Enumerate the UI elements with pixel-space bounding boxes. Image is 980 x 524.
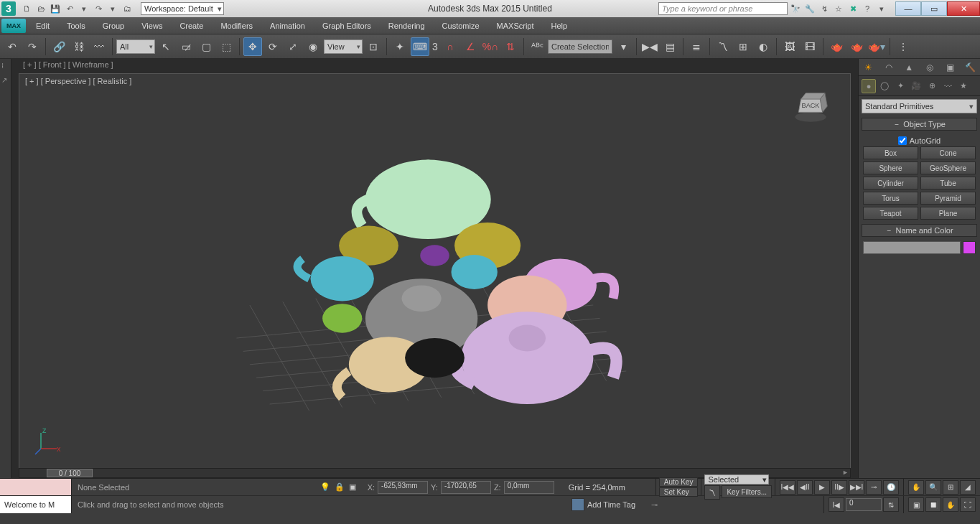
- frame-spinner-icon[interactable]: ⇅: [883, 497, 899, 512]
- mirror-icon[interactable]: ▶◀: [640, 37, 659, 56]
- schematic-view-icon[interactable]: ⊞: [734, 37, 752, 56]
- material-editor-icon[interactable]: ◐: [754, 37, 773, 56]
- selection-lock-icon[interactable]: 🔒: [335, 482, 345, 492]
- sel-set-dropdown-icon[interactable]: ▾: [614, 37, 633, 56]
- open-icon[interactable]: 🗁: [34, 2, 47, 15]
- redo-icon[interactable]: ↷: [92, 2, 105, 15]
- strip-tool-icon[interactable]: ↗: [1, 76, 10, 85]
- create-geosphere-button[interactable]: GeoSphere: [920, 162, 976, 174]
- wrench-icon[interactable]: 🔧: [803, 2, 816, 15]
- link-icon[interactable]: 🔗: [50, 37, 68, 56]
- project-icon[interactable]: 🗂: [121, 2, 134, 15]
- rollout-name-color[interactable]: Name and Color: [862, 224, 977, 237]
- prev-key-icon[interactable]: I◀: [829, 497, 844, 512]
- arrow-up-icon[interactable]: ▲: [902, 61, 915, 74]
- object-color-swatch[interactable]: [963, 241, 976, 254]
- create-cone-button[interactable]: Cone: [920, 146, 976, 159]
- menu-views[interactable]: Views: [133, 19, 171, 33]
- goto-end-icon[interactable]: ▶▶I: [849, 480, 864, 495]
- close-button[interactable]: ✕: [947, 1, 980, 16]
- render-setup-icon[interactable]: 🖼: [780, 37, 799, 56]
- help-icon[interactable]: ?: [861, 2, 874, 15]
- shapes-icon[interactable]: ◯: [877, 79, 892, 93]
- autodesk-x-icon[interactable]: ✖: [846, 2, 859, 15]
- time-config-icon[interactable]: 🕒: [883, 480, 899, 495]
- help-search-input[interactable]: Type a keyword or phrase: [658, 2, 788, 15]
- menu-rendering[interactable]: Rendering: [380, 19, 434, 33]
- fov-icon[interactable]: ◢: [960, 480, 976, 495]
- menu-modifiers[interactable]: Modifiers: [212, 19, 261, 33]
- menu-graph-editors[interactable]: Graph Editors: [314, 19, 380, 33]
- create-teapot-button[interactable]: Teapot: [863, 207, 918, 220]
- add-time-tag[interactable]: Add Time Tag: [587, 500, 635, 509]
- snap-3d-icon[interactable]: ∩: [441, 37, 459, 56]
- redo-button[interactable]: ↷: [23, 37, 42, 56]
- render-teapot1-icon[interactable]: 🫖: [827, 37, 846, 56]
- menu-customize[interactable]: Customize: [434, 19, 488, 33]
- time-slider-thumb[interactable]: 0 / 100: [47, 469, 93, 477]
- create-pyramid-button[interactable]: Pyramid: [920, 192, 976, 205]
- systems-icon[interactable]: ★: [956, 79, 971, 93]
- key-filters-button[interactable]: Key Filters...: [722, 485, 772, 498]
- create-torus-button[interactable]: Torus: [863, 192, 918, 205]
- exchange-icon[interactable]: ↯: [818, 2, 831, 15]
- autokey-button[interactable]: Auto Key: [659, 477, 699, 487]
- create-tube-button[interactable]: Tube: [920, 177, 976, 190]
- maxscript-listener-top[interactable]: [0, 479, 72, 495]
- toolbar-end-grip[interactable]: ⋮: [894, 37, 913, 56]
- key-lock-icon[interactable]: ⊸: [651, 500, 658, 510]
- primitive-category-dropdown[interactable]: Standard Primitives: [862, 99, 977, 113]
- key-mode-icon[interactable]: 〽: [704, 485, 720, 500]
- menu-create[interactable]: Create: [171, 19, 212, 33]
- current-frame-input[interactable]: 0: [846, 498, 882, 511]
- max-app-button[interactable]: MAX: [1, 19, 26, 33]
- save-icon[interactable]: 💾: [49, 2, 62, 15]
- menu-tools[interactable]: Tools: [58, 19, 94, 33]
- select-scale-icon[interactable]: ⤢: [284, 37, 302, 56]
- select-move-icon[interactable]: ✥: [243, 37, 262, 56]
- menu-edit[interactable]: Edit: [27, 19, 58, 33]
- viewport-front-label[interactable]: [ + ] [ Front ] [ Wireframe ]: [23, 60, 113, 69]
- rollout-object-type[interactable]: Object Type: [862, 118, 977, 131]
- percent-snap-icon[interactable]: %∩: [481, 37, 500, 56]
- unlink-icon[interactable]: ⛓: [70, 37, 88, 56]
- display-icon[interactable]: ▣: [943, 61, 956, 74]
- manipulate-icon[interactable]: ✦: [391, 37, 409, 56]
- cameras-icon[interactable]: 🎥: [909, 79, 923, 93]
- minimize-button[interactable]: —: [895, 1, 921, 16]
- key-mode-toggle-icon[interactable]: ⊸: [866, 480, 882, 495]
- select-region-icon[interactable]: ▢: [197, 37, 215, 56]
- render-frame-icon[interactable]: 🎞: [801, 37, 819, 56]
- sun-icon[interactable]: ☀: [862, 61, 874, 74]
- target-icon[interactable]: ◎: [923, 61, 936, 74]
- create-sphere-button[interactable]: Sphere: [863, 162, 918, 174]
- align-icon[interactable]: ▤: [661, 37, 679, 56]
- lights-icon[interactable]: ✦: [893, 79, 907, 93]
- qat-dropdown2-icon[interactable]: ▾: [106, 2, 119, 15]
- timetag-icon[interactable]: [571, 498, 584, 511]
- maximize-button[interactable]: ▭: [921, 1, 947, 16]
- create-box-button[interactable]: Box: [863, 146, 918, 159]
- orbit-icon[interactable]: ✋: [943, 497, 958, 512]
- window-crossing-icon[interactable]: ⬚: [217, 37, 235, 56]
- maximize-viewport-icon[interactable]: ⛶: [960, 497, 976, 512]
- angle-snap-icon[interactable]: ∠: [461, 37, 480, 56]
- perspective-viewport[interactable]: [ + ] [ Perspective ] [ Realistic ] BACK: [19, 73, 851, 471]
- spacewarps-icon[interactable]: 〰: [941, 79, 955, 93]
- goto-start-icon[interactable]: I◀◀: [780, 480, 795, 495]
- layers-icon[interactable]: ≣: [687, 37, 706, 56]
- named-selection-input[interactable]: [548, 39, 612, 54]
- prev-frame-icon[interactable]: ◀II: [797, 480, 813, 495]
- spinner-snap-icon[interactable]: ⇅: [501, 37, 520, 56]
- isolate-icon[interactable]: ▣: [349, 482, 356, 492]
- play-icon[interactable]: ▶: [814, 480, 830, 495]
- pivot-center-icon[interactable]: ⊡: [364, 37, 383, 56]
- helpers-icon[interactable]: ⊕: [925, 79, 939, 93]
- select-name-icon[interactable]: ▭̷: [177, 37, 195, 56]
- geometry-icon[interactable]: ●: [862, 79, 876, 93]
- qat-dropdown-icon[interactable]: ▾: [78, 2, 90, 15]
- object-name-input[interactable]: [863, 241, 961, 254]
- undo-icon[interactable]: ↶: [63, 2, 76, 15]
- select-place-icon[interactable]: ◉: [304, 37, 322, 56]
- create-cylinder-button[interactable]: Cylinder: [863, 177, 918, 190]
